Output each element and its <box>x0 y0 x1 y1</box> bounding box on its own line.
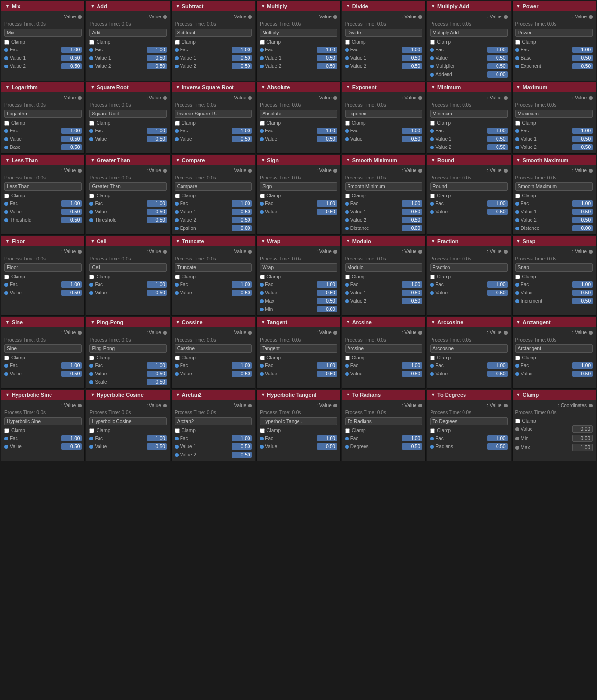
operation-dropdown[interactable]: Maximum <box>515 110 593 118</box>
input-value[interactable] <box>147 217 167 223</box>
output-dot[interactable] <box>333 404 337 407</box>
clamp-checkbox[interactable] <box>430 194 435 198</box>
clamp-checkbox[interactable] <box>4 194 9 198</box>
collapse-arrow[interactable]: ▼ <box>516 158 521 163</box>
operation-dropdown[interactable]: Cossine <box>175 344 252 353</box>
clamp-checkbox[interactable] <box>89 275 94 279</box>
node-header[interactable]: ▼ Inverse Square Root <box>172 82 255 92</box>
operation-dropdown[interactable]: Logarithm <box>4 110 82 118</box>
input-value[interactable] <box>147 290 167 296</box>
clamp-checkbox[interactable] <box>515 419 520 423</box>
clamp-checkbox[interactable] <box>175 40 180 45</box>
clamp-checkbox[interactable] <box>515 356 520 360</box>
input-value[interactable] <box>317 306 337 312</box>
input-value[interactable] <box>402 281 422 288</box>
collapse-arrow[interactable]: ▼ <box>261 239 265 244</box>
operation-dropdown[interactable]: Tangent <box>260 344 337 353</box>
clamp-checkbox[interactable] <box>4 275 9 279</box>
input-value[interactable] <box>487 435 508 441</box>
input-value[interactable] <box>232 452 252 458</box>
clamp-checkbox[interactable] <box>175 428 180 433</box>
output-dot[interactable] <box>333 331 337 335</box>
input-value[interactable] <box>232 128 252 134</box>
clamp-checkbox[interactable] <box>515 40 520 45</box>
clamp-checkbox[interactable] <box>89 40 94 45</box>
clamp-checkbox[interactable] <box>430 40 435 45</box>
operation-dropdown[interactable]: Truncate <box>175 263 252 272</box>
input-value[interactable] <box>572 281 593 288</box>
operation-dropdown[interactable]: Round <box>430 182 507 191</box>
output-dot[interactable] <box>78 169 82 173</box>
collapse-arrow[interactable]: ▼ <box>346 85 350 90</box>
input-value[interactable] <box>61 144 82 150</box>
output-dot[interactable] <box>504 169 508 173</box>
collapse-arrow[interactable]: ▼ <box>176 158 180 163</box>
clamp-checkbox[interactable] <box>430 275 435 279</box>
input-value[interactable] <box>317 362 337 369</box>
operation-dropdown[interactable]: Mix <box>4 29 82 37</box>
output-dot[interactable] <box>589 96 593 100</box>
collapse-arrow[interactable]: ▼ <box>5 239 10 244</box>
collapse-arrow[interactable]: ▼ <box>516 392 521 397</box>
input-value[interactable] <box>317 290 337 296</box>
input-value[interactable] <box>61 136 82 142</box>
node-header[interactable]: ▼ Wrap <box>257 236 340 246</box>
input-value[interactable] <box>61 128 82 134</box>
input-value[interactable] <box>61 47 82 53</box>
input-value[interactable] <box>317 136 337 142</box>
output-dot[interactable] <box>163 15 167 19</box>
operation-dropdown[interactable]: Wrap <box>260 263 337 272</box>
node-header[interactable]: ▼ Ceil <box>86 236 169 246</box>
collapse-arrow[interactable]: ▼ <box>176 4 180 9</box>
output-dot[interactable] <box>418 404 422 407</box>
node-header[interactable]: ▼ Hyperbolic Tangent <box>257 390 340 400</box>
output-dot[interactable] <box>163 250 167 254</box>
operation-dropdown[interactable]: To Radians <box>345 417 422 425</box>
output-dot[interactable] <box>333 96 337 100</box>
input-value[interactable] <box>402 225 422 231</box>
output-dot[interactable] <box>333 250 337 254</box>
output-dot[interactable] <box>504 96 508 100</box>
input-value[interactable] <box>61 281 82 288</box>
operation-dropdown[interactable]: Add <box>89 29 166 37</box>
input-value[interactable] <box>402 55 422 61</box>
input-value[interactable] <box>61 63 82 69</box>
collapse-arrow[interactable]: ▼ <box>431 85 435 90</box>
collapse-arrow[interactable]: ▼ <box>261 392 265 397</box>
clamp-checkbox[interactable] <box>515 275 520 279</box>
collapse-arrow[interactable]: ▼ <box>261 320 265 325</box>
input-value[interactable] <box>147 379 167 385</box>
collapse-arrow[interactable]: ▼ <box>431 392 435 397</box>
input-value[interactable] <box>487 128 508 134</box>
node-header[interactable]: ▼ Fraction <box>427 236 510 246</box>
input-value[interactable] <box>317 209 337 215</box>
operation-dropdown[interactable]: Less Than <box>4 182 82 191</box>
output-dot[interactable] <box>589 250 593 254</box>
node-header[interactable]: ▼ Divide <box>342 1 425 11</box>
collapse-arrow[interactable]: ▼ <box>261 4 265 9</box>
node-header[interactable]: ▼ Arcsine <box>342 317 425 327</box>
operation-dropdown[interactable]: Absolute <box>260 110 337 118</box>
node-header[interactable]: ▼ Power <box>513 1 596 11</box>
operation-dropdown[interactable]: Hyperbolic Tange... <box>260 417 337 425</box>
operation-dropdown[interactable]: Arctan2 <box>175 417 252 425</box>
clamp-checkbox[interactable] <box>260 275 265 279</box>
input-value[interactable] <box>402 63 422 69</box>
input-value[interactable] <box>402 362 422 369</box>
collapse-arrow[interactable]: ▼ <box>431 320 435 325</box>
input-value[interactable] <box>487 209 508 215</box>
clamp-checkbox[interactable] <box>430 428 435 433</box>
operation-dropdown[interactable]: Smooth Minimum <box>345 182 422 191</box>
input-value[interactable] <box>232 443 252 450</box>
input-value[interactable] <box>147 435 167 441</box>
input-value[interactable] <box>147 209 167 215</box>
input-value[interactable] <box>61 200 82 207</box>
output-dot[interactable] <box>78 250 82 254</box>
operation-dropdown[interactable]: Minimum <box>430 110 507 118</box>
input-value[interactable] <box>61 435 82 441</box>
operation-dropdown[interactable]: Subtract <box>175 29 252 37</box>
input-value[interactable] <box>61 290 82 296</box>
input-value[interactable] <box>147 281 167 288</box>
operation-dropdown[interactable]: Sign <box>260 182 337 191</box>
input-value[interactable] <box>147 362 167 369</box>
